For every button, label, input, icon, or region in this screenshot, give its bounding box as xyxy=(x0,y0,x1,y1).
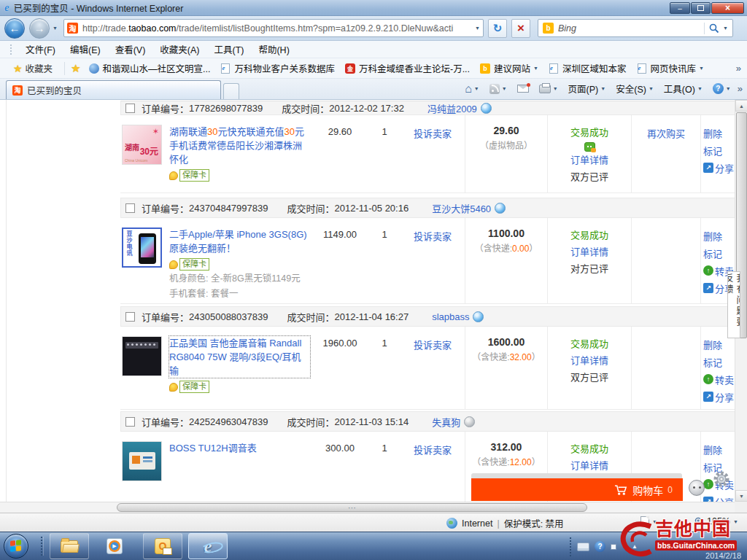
menu-help[interactable]: 帮助(H) xyxy=(251,41,296,58)
scroll-down-button[interactable]: ▼ xyxy=(735,490,747,502)
back-button[interactable]: ← xyxy=(4,18,25,39)
show-hidden-icons-button[interactable]: ▲ xyxy=(632,543,638,550)
tab-bought-items[interactable]: 淘 已买到的宝贝 xyxy=(6,80,221,99)
horizontal-scrollbar[interactable]: ⋯ xyxy=(0,502,735,513)
menu-favorites[interactable]: 收藏夹(A) xyxy=(152,41,206,58)
share-order-link[interactable]: 分享 xyxy=(715,390,734,404)
start-button[interactable] xyxy=(4,534,28,559)
add-favorite-icon[interactable]: ★ xyxy=(71,62,80,75)
mark-order-link[interactable]: 标记 xyxy=(703,355,722,369)
taskbar-ie-button[interactable]: e xyxy=(188,533,228,559)
order-detail-link[interactable]: 订单详情 xyxy=(570,355,608,366)
favorite-item-6[interactable]: e 网页快讯库 ▼ xyxy=(632,60,709,77)
seller-link[interactable]: 豆沙大饼5460 xyxy=(432,201,491,215)
search-input[interactable]: Bing xyxy=(558,23,700,34)
recent-pages-caret[interactable]: ▼ xyxy=(53,26,58,31)
menu-file[interactable]: 文件(F) xyxy=(18,41,63,58)
menu-edit[interactable]: 编辑(E) xyxy=(63,41,108,58)
menu-tools[interactable]: 工具(T) xyxy=(206,41,251,58)
taskbar-media-player-button[interactable]: ▶ xyxy=(95,533,134,559)
delete-order-link[interactable]: 删除 xyxy=(703,443,722,456)
maximize-button[interactable] xyxy=(691,2,711,14)
taskbar-explorer-button[interactable] xyxy=(50,533,89,559)
favorite-item-1[interactable]: 和谐观山水—社区文明宣... xyxy=(84,60,216,77)
search-icon[interactable] xyxy=(709,23,719,34)
search-options-caret[interactable]: ▼ xyxy=(723,26,728,31)
home-button[interactable]: ⌂▼ xyxy=(461,81,483,97)
read-mail-button[interactable] xyxy=(514,82,533,95)
stop-button[interactable]: × xyxy=(511,19,530,38)
order-detail-link[interactable]: 订单详情 xyxy=(570,246,608,257)
address-bar[interactable]: 淘 http://trade.taobao.com/trade/itemlist… xyxy=(63,19,484,37)
search-box[interactable]: b Bing ▼ xyxy=(538,19,733,37)
favorite-item-4[interactable]: b 建议网站 ▼ xyxy=(475,60,543,77)
wangwang-icon[interactable] xyxy=(473,311,484,322)
cart-button[interactable]: 购物车 0 xyxy=(471,478,683,501)
order-detail-link[interactable]: 订单详情 xyxy=(570,460,608,471)
share-order-link[interactable]: 分享 xyxy=(715,161,734,175)
taskbar-outlook-button[interactable]: O xyxy=(143,533,182,559)
minimize-button[interactable]: – xyxy=(670,2,690,14)
new-tab-button[interactable] xyxy=(223,83,239,99)
favbar-overflow-chevron[interactable]: » xyxy=(736,63,741,74)
mark-order-link[interactable]: 标记 xyxy=(703,246,722,260)
favorite-item-2[interactable]: e 万科物业客户关系数据库 xyxy=(215,60,340,77)
item-title-link[interactable]: 正品美国 吉他金属音箱 Randall RG8040 75W 混响/3段EQ/耳… xyxy=(169,336,310,378)
tools-menu-button[interactable]: 工具(O)▼ xyxy=(660,79,706,98)
help-menu-button[interactable]: ?▼ xyxy=(709,81,735,96)
privacy-report-button[interactable]: ▼ xyxy=(640,516,657,526)
wangwang-float-icon[interactable] xyxy=(689,480,705,496)
favorite-item-3[interactable]: 金 万科金域缇香业主论坛-万... xyxy=(340,60,475,77)
help-tray-icon[interactable]: ? xyxy=(595,541,605,552)
favorite-item-5[interactable]: e 深圳区域知本家 xyxy=(543,60,632,77)
rate-chat-icon[interactable] xyxy=(584,142,595,152)
wangwang-offline-icon[interactable] xyxy=(464,416,475,427)
horizontal-scrollbar-thumb[interactable]: ⋯ xyxy=(117,503,587,512)
order-checkbox[interactable] xyxy=(125,203,135,213)
seller-link[interactable]: 失真狗 xyxy=(432,415,460,429)
wangwang-icon[interactable] xyxy=(495,203,506,214)
complain-seller-link[interactable]: 投诉卖家 xyxy=(414,340,452,351)
delete-order-link[interactable]: 删除 xyxy=(703,126,722,140)
safety-menu-button[interactable]: 安全(S)▼ xyxy=(612,79,657,98)
delete-order-link[interactable]: 删除 xyxy=(703,229,722,243)
item-title-link[interactable]: BOSS TU12H调音表 xyxy=(169,441,310,455)
scroll-up-button[interactable]: ▲ xyxy=(735,100,747,112)
refresh-button[interactable]: ↻ xyxy=(488,19,507,38)
delete-order-link[interactable]: 删除 xyxy=(703,338,722,351)
order-checkbox[interactable] xyxy=(125,104,135,113)
print-button[interactable]: ▼ xyxy=(535,82,562,96)
suggested-sites-caret[interactable]: ▼ xyxy=(533,66,538,71)
order-checkbox[interactable] xyxy=(125,417,135,427)
favorites-button[interactable]: ★ 收藏夹 xyxy=(7,60,58,77)
web-slices-caret[interactable]: ▼ xyxy=(699,66,704,71)
forward-button[interactable]: → xyxy=(29,18,50,39)
page-menu-button[interactable]: 页面(P)▼ xyxy=(565,79,610,98)
mark-order-link[interactable]: 标记 xyxy=(703,144,722,158)
gear-icon[interactable] xyxy=(713,470,730,490)
order-detail-link[interactable]: 订单详情 xyxy=(570,155,608,166)
feeds-button[interactable]: ▼ xyxy=(486,82,511,96)
complain-seller-link[interactable]: 投诉卖家 xyxy=(414,128,452,139)
keyboard-tray-icon[interactable] xyxy=(577,542,589,551)
item-title-link[interactable]: 湖南联通30元快充联通充值30元手机话费常德岳阳长沙湘潭株洲怀化 xyxy=(169,125,310,166)
wangwang-icon[interactable] xyxy=(481,103,492,114)
item-thumbnail[interactable]: ✶ 湖南 30元 China Unicom xyxy=(122,125,162,165)
resell-order-link[interactable]: 转卖 xyxy=(715,373,734,386)
tray-caret[interactable]: ▼ xyxy=(622,544,627,549)
seller-link[interactable]: slapbass xyxy=(432,311,469,322)
command-overflow-chevron[interactable]: » xyxy=(738,83,743,94)
item-thumbnail[interactable] xyxy=(122,441,162,481)
zoom-level-button[interactable]: 105% ▼ xyxy=(694,516,738,526)
item-thumbnail[interactable] xyxy=(122,336,162,376)
item-title-link[interactable]: 二手Apple/苹果 iPhone 3GS(8G) 原装绝无翻新！ xyxy=(169,228,310,255)
address-dropdown-caret[interactable]: ▼ xyxy=(475,26,480,31)
buy-again-link[interactable]: 再次购买 xyxy=(647,128,685,139)
order-checkbox[interactable] xyxy=(125,312,135,322)
menu-view[interactable]: 查看(V) xyxy=(108,41,153,58)
ime-tray-icon[interactable] xyxy=(611,544,616,550)
complain-seller-link[interactable]: 投诉卖家 xyxy=(414,445,452,456)
seller-link[interactable]: 冯纯益2009 xyxy=(427,101,477,115)
complain-seller-link[interactable]: 投诉卖家 xyxy=(414,231,452,242)
close-button[interactable]: × xyxy=(711,2,744,14)
